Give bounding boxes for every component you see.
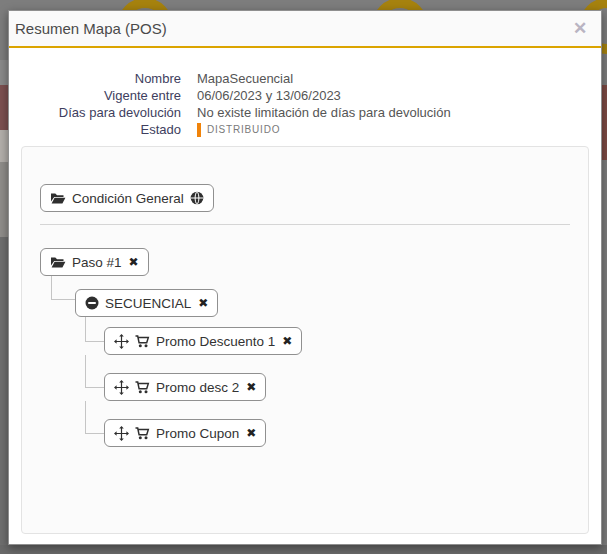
status-cell: DISTRIBUIDO — [197, 121, 601, 138]
tree-connector — [85, 317, 86, 341]
close-button[interactable]: ✕ — [569, 17, 591, 39]
tree-connector — [85, 433, 104, 434]
move-icon[interactable] — [114, 426, 129, 441]
cart-icon — [135, 427, 150, 440]
tree-connector — [51, 276, 52, 299]
cart-icon — [135, 335, 150, 348]
detail-value: MapaSecuencial — [197, 70, 601, 87]
node-promo-cupon[interactable]: Promo Cupon ✖ — [104, 419, 266, 447]
tree-connector — [85, 401, 86, 433]
tree-divider — [40, 224, 570, 225]
node-label: Condición General — [72, 191, 184, 206]
remove-icon[interactable]: ✖ — [129, 255, 139, 269]
move-icon[interactable] — [114, 380, 129, 395]
summary-modal: Resumen Mapa (POS) ✕ Nombre MapaSecuenci… — [8, 10, 602, 545]
tree-connector — [85, 341, 104, 342]
folder-open-icon — [50, 256, 66, 269]
node-secuencial[interactable]: SECUENCIAL ✖ — [75, 289, 218, 317]
detail-label: Vigente entre — [9, 87, 181, 104]
node-label: Promo Descuento 1 — [156, 334, 275, 349]
folder-open-icon — [50, 192, 66, 205]
detail-value: No existe limitación de días para devolu… — [197, 104, 601, 121]
node-label: Promo desc 2 — [156, 380, 239, 395]
close-icon: ✕ — [573, 18, 587, 39]
node-label: Paso #1 — [72, 255, 122, 270]
node-paso-1[interactable]: Paso #1 ✖ — [40, 248, 149, 276]
details-section: Nombre MapaSecuencial Vigente entre 06/0… — [9, 70, 601, 138]
cart-icon — [135, 381, 150, 394]
node-label: Promo Cupon — [156, 426, 239, 441]
remove-icon[interactable]: ✖ — [282, 334, 292, 348]
map-tree-panel: Condición General Paso #1 ✖ — [21, 146, 589, 534]
detail-label: Días para devolución — [9, 104, 181, 121]
backdrop-fragment — [602, 85, 607, 160]
remove-icon[interactable]: ✖ — [198, 296, 208, 310]
status-color-bar — [197, 123, 201, 137]
detail-label: Estado — [9, 121, 181, 138]
tree-connector — [51, 299, 75, 300]
detail-value: 06/06/2023 y 13/06/2023 — [197, 87, 601, 104]
node-promo-desc-2[interactable]: Promo desc 2 ✖ — [104, 373, 266, 401]
globe-icon — [190, 191, 204, 205]
remove-icon[interactable]: ✖ — [246, 426, 256, 440]
status-badge: DISTRIBUIDO — [207, 121, 280, 138]
node-promo-descuento-1[interactable]: Promo Descuento 1 ✖ — [104, 327, 302, 355]
minus-circle-icon — [85, 296, 99, 310]
modal-header: Resumen Mapa (POS) ✕ — [9, 11, 601, 48]
backdrop-fragment — [0, 545, 607, 554]
tree-connector — [85, 387, 104, 388]
node-condicion-general[interactable]: Condición General — [40, 184, 214, 212]
node-label: SECUENCIAL — [105, 296, 191, 311]
tree-connector — [85, 355, 86, 387]
modal-title: Resumen Mapa (POS) — [9, 20, 167, 37]
remove-icon[interactable]: ✖ — [246, 380, 256, 394]
move-icon[interactable] — [114, 334, 129, 349]
detail-label: Nombre — [9, 70, 181, 87]
